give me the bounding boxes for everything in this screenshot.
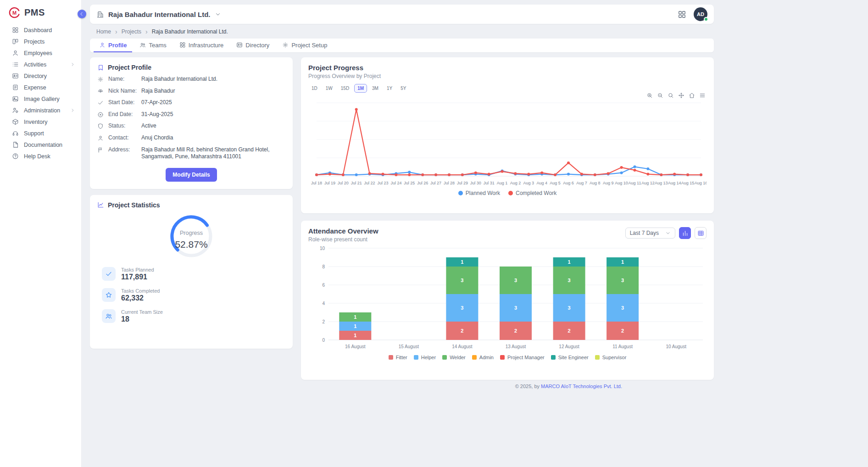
range-button-1y[interactable]: 1Y [384, 84, 395, 93]
profile-fields: Name:Raja Bahadur International Ltd.Nick… [97, 76, 285, 161]
sidebar-item-inventory[interactable]: Inventory [0, 116, 81, 128]
field-label: Start Date: [108, 99, 137, 106]
legend-label: Helper [421, 355, 436, 360]
reset-home-icon[interactable] [689, 92, 695, 99]
svg-text:Aug 15: Aug 15 [681, 181, 695, 185]
company-title: Raja Bahadur International Ltd. [108, 11, 211, 18]
legend-label: Supervisor [602, 355, 627, 360]
date-range-select[interactable]: Last 7 Days [625, 228, 675, 239]
help-desk-icon [12, 153, 19, 160]
legend-welder[interactable]: Welder [442, 355, 466, 360]
project-progress-card: Project Progress Progress Overview by Pr… [301, 57, 714, 213]
svg-text:1: 1 [621, 259, 624, 265]
legend-supervisor[interactable]: Supervisor [595, 355, 627, 360]
range-button-3m[interactable]: 3M [369, 84, 382, 93]
chart-toolbar [646, 92, 706, 99]
svg-text:3: 3 [568, 278, 571, 283]
sidebar-collapse-button[interactable] [78, 10, 86, 18]
sidebar-item-activities[interactable]: Activities [0, 59, 81, 70]
range-button-15d[interactable]: 15D [338, 84, 352, 93]
inventory-icon [12, 118, 19, 125]
sidebar-item-image-gallery[interactable]: Image Gallery [0, 93, 81, 105]
sidebar-item-support[interactable]: Support [0, 128, 81, 139]
sidebar-item-administration[interactable]: Administration [0, 105, 81, 116]
stat-label: Tasks Planned [121, 267, 154, 272]
svg-text:Jul 21: Jul 21 [351, 181, 362, 185]
modify-details-button[interactable]: Modify Details [166, 168, 217, 182]
legend-helper[interactable]: Helper [414, 355, 436, 360]
range-button-1m[interactable]: 1M [354, 84, 367, 93]
svg-text:Aug 7: Aug 7 [576, 181, 587, 185]
range-button-1d[interactable]: 1D [308, 84, 321, 93]
legend-planned-work[interactable]: Planned Work [458, 190, 500, 196]
stat-value: 62,332 [121, 294, 160, 302]
zoom-out-icon[interactable] [657, 92, 663, 99]
zoom-in-icon[interactable] [646, 92, 653, 99]
sidebar-item-directory[interactable]: Directory [0, 70, 81, 82]
svg-text:2: 2 [514, 328, 517, 334]
tab-teams[interactable]: Teams [134, 39, 172, 52]
stat-label: Tasks Completed [121, 288, 160, 294]
image-gallery-icon [12, 95, 19, 102]
breadcrumb-item-home[interactable]: Home [96, 28, 111, 35]
circle-x-icon [97, 111, 104, 118]
svg-text:0: 0 [322, 338, 325, 343]
date-range-value: Last 7 Days [630, 230, 659, 236]
footer-company-link[interactable]: MARCO AIoT Technologies Pvt. Ltd. [541, 384, 622, 389]
support-icon [12, 130, 19, 137]
user-avatar[interactable]: AD [694, 7, 707, 21]
company-selector[interactable]: Raja Bahadur International Ltd. [96, 11, 221, 18]
menu-icon[interactable] [699, 92, 706, 99]
time-range-buttons: 1D1W15D1M3M1Y5Y [308, 84, 707, 93]
legend-label: Site Engineer [558, 355, 589, 360]
svg-text:Aug 10: Aug 10 [615, 181, 628, 185]
selection-zoom-icon[interactable] [668, 92, 674, 99]
tab-label: Teams [149, 42, 166, 49]
legend-admin[interactable]: Admin [472, 355, 494, 360]
range-button-5y[interactable]: 5Y [397, 84, 409, 93]
stat-tasks-completed: Tasks Completed62,332 [102, 288, 285, 302]
sidebar-item-documentation[interactable]: Documentation [0, 139, 81, 150]
legend-site-engineer[interactable]: Site Engineer [551, 355, 589, 360]
tab-directory[interactable]: Directory [231, 39, 275, 52]
breadcrumb-item-raja-bahadur-international-ltd-: Raja Bahadur International Ltd. [152, 28, 228, 35]
attendance-card-title: Attendance Overview [308, 227, 378, 235]
bar-chart-icon [682, 230, 689, 237]
profile-field-end-date-: End Date:31-Aug-2025 [97, 111, 285, 118]
field-value: Raja Bahadur International Ltd. [141, 76, 217, 83]
tab-profile[interactable]: Profile [94, 39, 132, 52]
progress-line-chart[interactable]: Jul 18Jul 19Jul 20Jul 21Jul 22Jul 23Jul … [308, 95, 707, 187]
range-button-1w[interactable]: 1W [323, 84, 336, 93]
bar-view-toggle[interactable] [679, 227, 691, 239]
svg-text:16 August: 16 August [345, 344, 366, 349]
sidebar-item-label: Documentation [24, 142, 62, 148]
field-label: Name: [108, 76, 137, 83]
progress-card-title: Project Progress [308, 64, 707, 72]
pan-icon[interactable] [678, 92, 684, 99]
table-view-toggle[interactable] [695, 227, 707, 239]
sidebar-item-dashboard[interactable]: Dashboard [0, 24, 81, 36]
attendance-bar-chart[interactable]: 024681011116 August15 August233114 Augus… [308, 245, 707, 353]
breadcrumb-item-projects[interactable]: Projects [122, 28, 141, 35]
breadcrumb-separator: › [115, 28, 117, 35]
sidebar-item-expense[interactable]: Expense [0, 82, 81, 93]
svg-text:Aug 6: Aug 6 [563, 181, 574, 185]
sidebar-item-label: Projects [24, 39, 45, 45]
attendance-card-subtitle: Role-wise present count [308, 236, 378, 243]
sidebar-item-help-desk[interactable]: Help Desk [0, 150, 81, 162]
tab-project-setup[interactable]: Project Setup [277, 39, 333, 52]
legend-project-manager[interactable]: Project Manager [500, 355, 545, 360]
svg-text:8: 8 [322, 264, 325, 269]
sidebar-item-label: Dashboard [24, 27, 52, 33]
svg-text:Jul 30: Jul 30 [470, 181, 481, 185]
sidebar-item-projects[interactable]: Projects [0, 36, 81, 47]
svg-text:1: 1 [461, 259, 463, 265]
legend-fitter[interactable]: Fitter [389, 355, 407, 360]
tab-infrastructure[interactable]: Infrastructure [174, 39, 229, 52]
svg-text:1: 1 [568, 259, 571, 265]
legend-completed-work[interactable]: Completed Work [508, 190, 556, 196]
documentation-icon [12, 141, 19, 148]
app-logo: M PMS [0, 0, 81, 24]
sidebar-item-employees[interactable]: Employees [0, 47, 81, 59]
apps-grid-button[interactable] [678, 10, 686, 19]
